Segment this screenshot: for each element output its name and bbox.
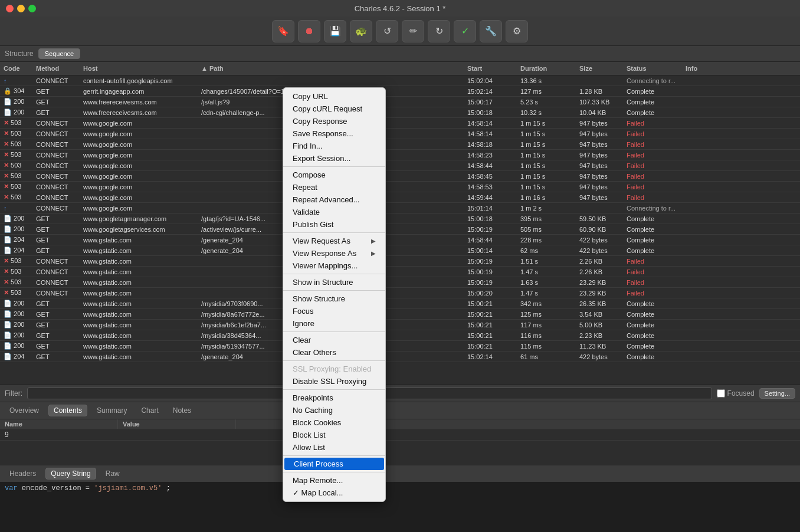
toolbar-edit-button[interactable]: ✏ (402, 20, 424, 42)
table-row[interactable]: 📄 200 GET www.googletagservices.com /act… (0, 224, 800, 235)
table-row[interactable]: ✕ 503 CONNECT www.google.com 14:58:18 1 … (0, 139, 800, 150)
context-menu-item-show-in-structure[interactable]: Show in Structure (283, 276, 385, 288)
context-menu-item-view-request-as[interactable]: View Request As▶ (283, 235, 385, 247)
context-menu-item-save-response---[interactable]: Save Response... (283, 127, 385, 140)
context-menu-item-show-structure[interactable]: Show Structure (283, 293, 385, 305)
query-string-tab[interactable]: Query String (45, 468, 96, 480)
menu-item-label: Compose (293, 170, 326, 179)
toolbar-repeat-button[interactable]: ↻ (428, 20, 450, 42)
table-row[interactable]: ✕ 503 CONNECT www.google.com 14:58:14 1 … (0, 118, 800, 129)
minimize-button[interactable] (17, 5, 25, 12)
requests-table[interactable]: ↑ CONNECT content-autofill.googleapis.co… (0, 75, 800, 385)
table-row[interactable]: 📄 200 GET www.freereceivesms.com /js/all… (0, 97, 800, 107)
focused-toggle[interactable]: Focused (717, 389, 755, 398)
context-menu-item-viewer-mappings---[interactable]: Viewer Mappings... (283, 260, 385, 272)
toolbar-settings-button[interactable]: 🐢 (350, 20, 372, 42)
context-menu-item-block-cookies[interactable]: Block Cookies (283, 416, 385, 429)
contents-tab[interactable]: Contents (48, 405, 87, 416)
name-column: Name (0, 419, 118, 429)
cell-duration: 342 ms (517, 300, 576, 308)
headers-tab[interactable]: Headers (5, 468, 41, 479)
table-row[interactable]: 📄 200 GET www.googletagmanager.com /gtag… (0, 214, 800, 224)
bottom-panel: Overview Contents Summary Chart Notes Na… (0, 402, 800, 532)
context-menu-item-clear[interactable]: Clear (283, 334, 385, 346)
toolbar-refresh-button[interactable]: ↺ (376, 20, 398, 42)
context-menu-item-ignore[interactable]: Ignore (283, 317, 385, 330)
context-menu-item-block-list[interactable]: Block List (283, 429, 385, 441)
table-row[interactable]: 📄 200 GET www.gstatic.com /mysidia/9703f… (0, 298, 800, 309)
table-row[interactable]: ✕ 503 CONNECT www.google.com 14:58:53 1 … (0, 182, 800, 192)
cell-duration: 1 m 15 s (517, 119, 576, 127)
table-row[interactable]: ✕ 503 CONNECT www.gstatic.com 15:00:19 1… (0, 267, 800, 277)
table-row[interactable]: 📄 200 GET www.gstatic.com /mysidia/51934… (0, 341, 800, 352)
focused-checkbox[interactable] (717, 389, 725, 398)
context-menu-item-publish-gist[interactable]: Publish Gist (283, 218, 385, 231)
context-menu-item-repeat-advanced---[interactable]: Repeat Advanced... (283, 193, 385, 206)
table-row[interactable]: 📄 200 GET www.gstatic.com /mysidia/b6c1e… (0, 320, 800, 330)
contents-area: Name Value 9 (0, 419, 800, 465)
window-controls[interactable] (6, 5, 36, 12)
table-row[interactable]: 📄 204 GET www.gstatic.com /generate_204 … (0, 245, 800, 256)
table-row[interactable]: 📄 200 GET www.gstatic.com /mysidia/38d45… (0, 330, 800, 341)
context-menu-item-allow-list[interactable]: Allow List (283, 441, 385, 454)
context-menu-item-find-in---[interactable]: Find In... (283, 140, 385, 152)
notes-tab[interactable]: Notes (168, 405, 196, 416)
context-menu-item-export-session---[interactable]: Export Session... (283, 152, 385, 165)
cell-method: GET (32, 225, 80, 234)
table-row[interactable]: ✕ 503 CONNECT www.gstatic.com 15:00:20 1… (0, 288, 800, 298)
table-row[interactable]: 📄 200 GET www.freereceivesms.com /cdn-cg… (0, 107, 800, 118)
context-menu-item-repeat[interactable]: Repeat (283, 181, 385, 193)
menu-item-label: ✓ Map Local... (293, 488, 343, 497)
maximize-button[interactable] (28, 5, 36, 12)
settings-button[interactable]: Setting... (759, 388, 795, 399)
context-menu[interactable]: Copy URLCopy cURL RequestCopy ResponseSa… (283, 87, 386, 502)
toolbar-tools-button[interactable]: 🔧 (480, 20, 502, 42)
cell-host: www.gstatic.com (80, 289, 198, 297)
table-row[interactable]: 📄 204 GET www.gstatic.com /generate_204 … (0, 235, 800, 245)
cell-duration: 1 m 15 s (517, 172, 576, 180)
table-row[interactable]: ✕ 503 CONNECT www.google.com 14:58:14 1 … (0, 129, 800, 139)
contents-row[interactable]: 9 (0, 429, 800, 441)
table-row[interactable]: ✕ 503 CONNECT www.google.com 14:58:44 1 … (0, 160, 800, 171)
toolbar-check-button[interactable]: ✓ (454, 20, 476, 42)
cell-icon: 📄 204 (0, 352, 32, 361)
table-row[interactable]: ✕ 503 CONNECT www.gstatic.com 15:00:19 1… (0, 277, 800, 288)
chart-tab[interactable]: Chart (136, 405, 163, 416)
table-row[interactable]: 📄 204 GET www.gstatic.com /generate_204 … (0, 352, 800, 362)
table-row[interactable]: ↑ CONNECT content-autofill.googleapis.co… (0, 75, 800, 86)
table-row[interactable]: ✕ 503 CONNECT www.gstatic.com 15:00:19 1… (0, 256, 800, 267)
sequence-tab-button[interactable]: Sequence (38, 48, 81, 59)
context-menu-item-validate[interactable]: Validate (283, 206, 385, 218)
context-menu-item-copy-url[interactable]: Copy URL (283, 90, 385, 103)
table-row[interactable]: 🔒 304 GET gerrit.ingageapp.com /changes/… (0, 86, 800, 97)
context-menu-item-focus[interactable]: Focus (283, 305, 385, 317)
close-button[interactable] (6, 5, 14, 12)
context-menu-item-copy-response[interactable]: Copy Response (283, 115, 385, 127)
table-row[interactable]: ↑ CONNECT www.google.com 15:01:14 1 m 2 … (0, 203, 800, 214)
toolbar-preferences-button[interactable]: ⚙ (506, 20, 528, 42)
overview-tab[interactable]: Overview (5, 405, 44, 416)
table-row[interactable]: ✕ 503 CONNECT www.google.com 14:59:44 1 … (0, 192, 800, 203)
cell-duration: 125 ms (517, 310, 576, 318)
toolbar-record-button[interactable]: ⏺ (298, 20, 320, 42)
context-menu-item-clear-others[interactable]: Clear Others (283, 346, 385, 359)
toolbar-save-button[interactable]: 💾 (324, 20, 346, 42)
structure-tab-label[interactable]: Structure (5, 50, 34, 58)
summary-tab[interactable]: Summary (92, 405, 132, 416)
context-menu-item---map-local---[interactable]: ✓ Map Local... (283, 487, 385, 499)
context-menu-item-map-remote---[interactable]: Map Remote... (283, 474, 385, 487)
context-menu-item-view-response-as[interactable]: View Response As▶ (283, 247, 385, 260)
toolbar-bookmark-button[interactable]: 🔖 (272, 20, 294, 42)
raw-tab[interactable]: Raw (101, 468, 124, 479)
table-row[interactable]: ✕ 503 CONNECT www.google.com 14:58:23 1 … (0, 150, 800, 160)
context-menu-item-no-caching[interactable]: No Caching (283, 404, 385, 416)
context-menu-item-client-process[interactable]: Client Process (284, 458, 384, 470)
context-menu-item-copy-curl-request[interactable]: Copy cURL Request (283, 103, 385, 115)
cell-icon: ✕ 503 (0, 182, 32, 191)
context-menu-item-compose[interactable]: Compose (283, 169, 385, 181)
table-row[interactable]: ✕ 503 CONNECT www.google.com 14:58:45 1 … (0, 171, 800, 182)
context-menu-item-breakpoints[interactable]: Breakpoints (283, 392, 385, 404)
table-row[interactable]: 📄 200 GET www.gstatic.com /mysidia/8a67d… (0, 309, 800, 320)
context-menu-item-disable-ssl-proxying[interactable]: Disable SSL Proxying (283, 375, 385, 387)
name-cell: 9 (0, 429, 118, 440)
